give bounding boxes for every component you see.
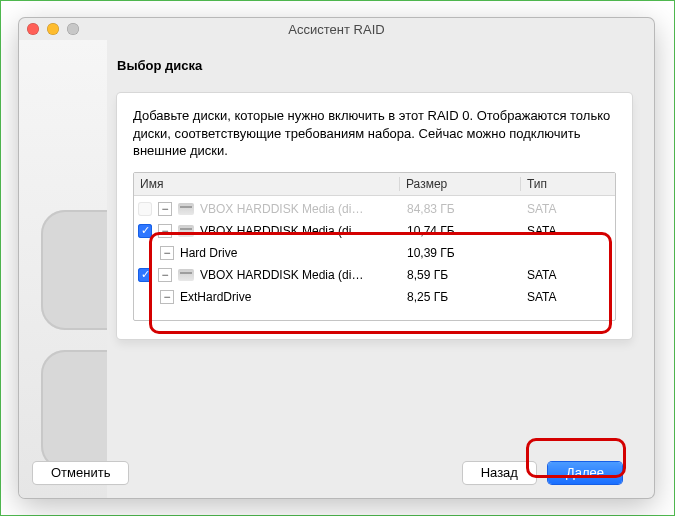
disk-type: SATA	[521, 224, 615, 238]
table-row[interactable]: −Hard Drive10,39 ГБ	[134, 242, 615, 264]
table-row[interactable]: −ExtHardDrive8,25 ГБSATA	[134, 286, 615, 308]
hdd-icon	[178, 203, 194, 215]
disk-type: SATA	[521, 290, 615, 304]
disk-size: 8,59 ГБ	[401, 268, 521, 282]
hdd-icon	[178, 225, 194, 237]
disk-size: 10,39 ГБ	[401, 246, 521, 260]
disk-size: 84,83 ГБ	[401, 202, 521, 216]
col-size[interactable]: Размер	[400, 177, 521, 191]
disk-rows: −VBOX HARDDISK Media (di…84,83 ГБSATA✓−V…	[134, 196, 615, 320]
table-row: −VBOX HARDDISK Media (di…84,83 ГБSATA	[134, 198, 615, 220]
hdd-icon	[178, 269, 194, 281]
table-row[interactable]: ✓−VBOX HARDDISK Media (di…8,59 ГБSATA	[134, 264, 615, 286]
next-button[interactable]: Далее	[548, 462, 622, 484]
page-heading: Выбор диска	[117, 58, 632, 73]
collapse-icon[interactable]: −	[160, 246, 174, 260]
expand-icon[interactable]: −	[158, 268, 172, 282]
cancel-button[interactable]: Отменить	[33, 462, 128, 484]
raid-assistant-window: Ассистент RAID Выбор диска Добавьте диск…	[19, 18, 654, 498]
expand-icon[interactable]: −	[158, 202, 172, 216]
expand-icon[interactable]: −	[158, 224, 172, 238]
disk-table: Имя Размер Тип −VBOX HARDDISK Media (di……	[133, 172, 616, 321]
disk-name: Hard Drive	[180, 246, 237, 260]
disk-size: 8,25 ГБ	[401, 290, 521, 304]
disk-name: VBOX HARDDISK Media (di…	[200, 202, 363, 216]
back-button[interactable]: Назад	[463, 462, 536, 484]
content-panel: Добавьте диски, которые нужно включить в…	[117, 93, 632, 339]
disk-name: ExtHardDrive	[180, 290, 251, 304]
row-checkbox	[138, 202, 152, 216]
titlebar: Ассистент RAID	[19, 18, 654, 40]
disk-type: SATA	[521, 202, 615, 216]
disk-name: VBOX HARDDISK Media (di…	[200, 224, 363, 238]
row-checkbox[interactable]: ✓	[138, 224, 152, 238]
disk-name: VBOX HARDDISK Media (di…	[200, 268, 363, 282]
table-row[interactable]: ✓−VBOX HARDDISK Media (di…10,74 ГБSATA	[134, 220, 615, 242]
window-title: Ассистент RAID	[19, 22, 654, 37]
footer-buttons: Отменить Назад Далее	[19, 462, 632, 484]
sidebar-illustration	[19, 40, 107, 498]
collapse-icon[interactable]: −	[160, 290, 174, 304]
description-text: Добавьте диски, которые нужно включить в…	[133, 107, 616, 160]
disk-type: SATA	[521, 268, 615, 282]
col-type[interactable]: Тип	[521, 177, 615, 191]
col-name[interactable]: Имя	[134, 177, 400, 191]
row-checkbox[interactable]: ✓	[138, 268, 152, 282]
disk-size: 10,74 ГБ	[401, 224, 521, 238]
